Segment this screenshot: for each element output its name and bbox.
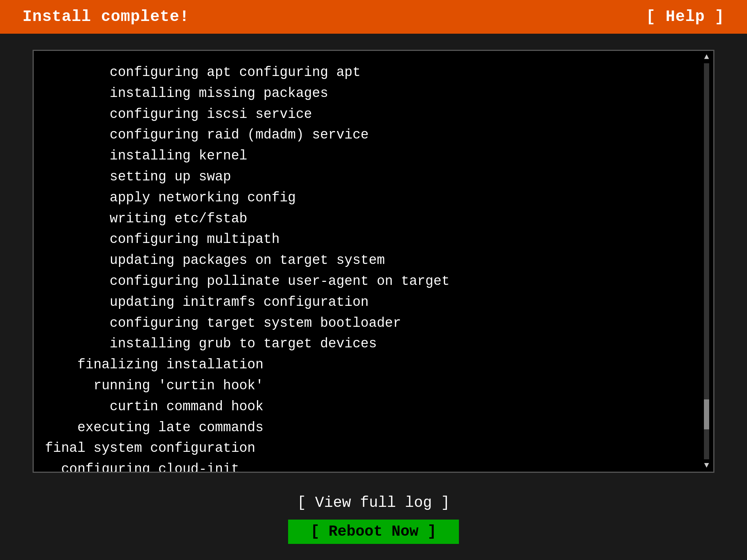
header-bar: Install complete! [ Help ]	[0, 0, 747, 34]
scrollbar-track[interactable]	[704, 63, 709, 459]
scrollbar-arrow-up[interactable]: ▲	[704, 52, 709, 62]
scrollbar[interactable]: ▲ ▼	[703, 51, 710, 472]
view-log-button[interactable]: [ View full log ]	[290, 491, 457, 514]
help-button[interactable]: [ Help ]	[646, 8, 725, 26]
scrollbar-thumb[interactable]	[704, 399, 709, 429]
log-terminal: configuring apt configuring apt installi…	[33, 50, 714, 473]
log-lines: configuring apt configuring apt installi…	[45, 62, 706, 473]
bottom-buttons: [ View full log ] [ Reboot Now ]	[288, 491, 459, 544]
main-content: configuring apt configuring apt installi…	[0, 34, 747, 560]
header-title: Install complete!	[22, 8, 189, 26]
reboot-button[interactable]: [ Reboot Now ]	[288, 520, 459, 544]
scrollbar-arrow-down[interactable]: ▼	[704, 461, 709, 470]
